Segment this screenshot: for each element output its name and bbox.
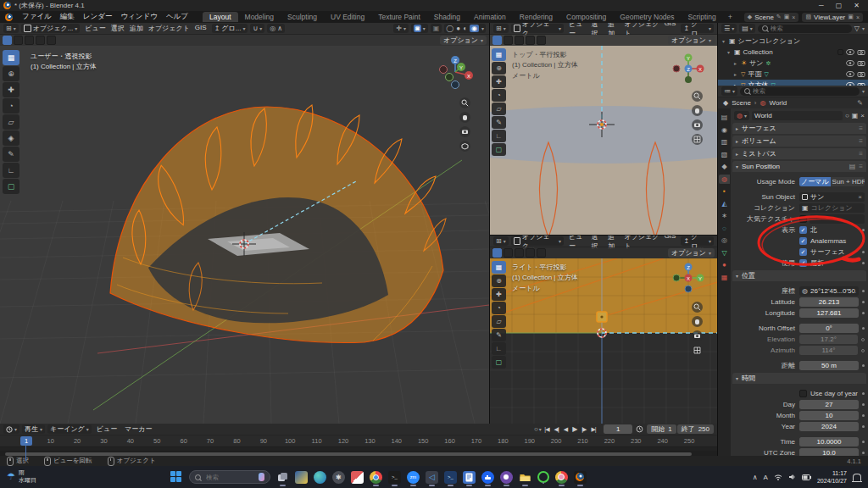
frame-start-field[interactable]: 開始1 [647, 424, 676, 434]
close-button[interactable]: ✕ [854, 2, 860, 9]
shading-rendered-icon[interactable]: ◉ [470, 25, 479, 32]
tool-cursor[interactable]: ⊕ [3, 66, 19, 81]
hide-eye-icon[interactable] [846, 60, 854, 66]
show-north-checkbox[interactable]: ✓ [799, 226, 807, 234]
tray-expand-icon[interactable]: ∧ [753, 474, 758, 481]
collection-field[interactable]: ▣コレクション [799, 203, 865, 213]
play-button[interactable]: ▶ [570, 425, 579, 433]
shading-wireframe-icon[interactable]: ◯ [446, 25, 453, 32]
time-field[interactable]: 10.0000 [799, 437, 859, 446]
distance-field[interactable]: 50 m [799, 361, 859, 370]
editor-type-button[interactable]: ⊞▾ [493, 236, 509, 246]
pin-icon[interactable]: ✎ [857, 99, 863, 107]
viewport-menu-item[interactable]: オブジェクト [146, 24, 192, 33]
tool-measure[interactable]: ∟ [492, 342, 506, 355]
viewlayer-selector[interactable]: ▧ ViewLayer ▣ × [802, 13, 863, 22]
zoom-icon[interactable] [692, 302, 703, 313]
prev-keyframe-button[interactable]: ◀| [552, 426, 560, 433]
tab-constraints[interactable]: ◎ [719, 236, 730, 245]
zoom-icon[interactable]: zm [407, 471, 420, 484]
month-field[interactable]: 10 [799, 411, 859, 420]
outliner-row-collection[interactable]: ▾ ▣ Collection [718, 47, 868, 58]
select-invert-mode[interactable] [36, 36, 45, 45]
mode-dropdown[interactable]: オブジェク...▾ [511, 236, 564, 246]
timeline-editor-type-button[interactable]: ▾ [3, 424, 19, 434]
viewport-top-ortho[interactable]: ⊞▾ オブジェク...▾ ビュー選択追加オブジェクトGIS ↥グロ...▾ オプ… [490, 23, 717, 235]
tool-annotate[interactable]: ✎ [492, 329, 506, 341]
viewport-3d-main[interactable]: ⊞▾ オブジェク...▾ ビュー選択追加オブジェクトGIS ↥グロ...▾ ∪▾… [0, 23, 489, 424]
frame-end-field[interactable]: 終了250 [677, 424, 714, 434]
select-set-mode[interactable] [3, 36, 12, 45]
filter-icon[interactable]: ▽ [854, 25, 860, 32]
menu-item[interactable]: ヘルプ [162, 12, 192, 22]
tool-scale[interactable]: ▱ [492, 315, 506, 328]
select-set-mode[interactable] [492, 36, 502, 45]
world-name-field[interactable]: World [752, 111, 843, 120]
task-view-icon[interactable] [276, 471, 289, 484]
viewport-menu-item[interactable]: 追加 [127, 24, 146, 33]
outliner-editor-type-button[interactable]: ☰▾ [721, 24, 737, 33]
tab-view-layer[interactable]: ▧ [719, 150, 730, 159]
tab-scene[interactable]: ◆ [719, 162, 730, 171]
tool-add-cube[interactable]: ▢ [3, 179, 19, 194]
tool-move[interactable]: ✚ [492, 288, 506, 301]
outliner-row-sun[interactable]: ▸ ☀ サン ✲ [718, 58, 868, 69]
blender-app-icon[interactable] [574, 471, 587, 484]
edge-icon[interactable] [314, 471, 326, 484]
select-intersect-mode[interactable] [47, 36, 56, 45]
viewport-main-canvas[interactable] [0, 46, 489, 424]
zoom-icon[interactable] [692, 91, 703, 102]
settings-gear-icon[interactable]: ✱ [332, 471, 345, 484]
tab-output[interactable]: ▥ [719, 137, 730, 147]
usage-mode-hdr[interactable]: Sun + HDR t... [831, 177, 865, 186]
latitude-field[interactable]: 26.213 [799, 297, 859, 307]
tool-cursor[interactable]: ⊕ [492, 274, 506, 287]
tab-world[interactable]: ◍ [719, 175, 730, 184]
pin-icon[interactable]: ✎ [776, 14, 782, 20]
viewport-menu-item[interactable]: GIS [192, 24, 209, 33]
tab-object-data[interactable]: ▽ [719, 248, 730, 258]
current-frame-field[interactable]: 1 [604, 424, 632, 434]
tab-physics[interactable]: ◌ [719, 224, 730, 233]
viewport-menu-item[interactable]: 選択 [108, 24, 127, 33]
editor-type-button[interactable]: ⊞▾ [493, 24, 509, 33]
tool-annotate[interactable]: ✎ [492, 116, 506, 129]
tool-add-cube[interactable]: ▢ [492, 356, 506, 369]
tool-transform[interactable]: ◈ [3, 130, 19, 146]
maximize-button[interactable]: ▢ [836, 2, 843, 9]
breadcrumb-scene[interactable]: Scene [732, 99, 751, 107]
shading-solid-icon[interactable]: ● [456, 25, 460, 32]
add-workspace-button[interactable]: + [725, 13, 736, 21]
mode-dropdown[interactable]: オブジェク...▾ [511, 24, 564, 33]
options-dropdown-top[interactable]: オプション▾ [668, 36, 715, 45]
options-dropdown-light[interactable]: オプション▾ [668, 248, 715, 258]
select-subtract-mode[interactable] [515, 36, 524, 45]
outliner-row-plane[interactable]: ▸ ▽ 平面 ▽ [718, 69, 868, 80]
outliner-search[interactable] [758, 25, 852, 33]
tool-move[interactable]: ✚ [492, 75, 506, 88]
pan-hand-icon[interactable] [692, 316, 703, 327]
tool-scale[interactable]: ▱ [492, 103, 506, 115]
collection-checkbox[interactable] [837, 49, 843, 55]
viewport-light-ortho[interactable]: ⊞▾ オブジェク...▾ ビュー選択追加オブジェクトGIS ↥グロ...▾ オプ… [490, 236, 717, 424]
auto-key-icon[interactable]: ○ [534, 425, 538, 433]
tool-annotate[interactable]: ✎ [3, 147, 19, 162]
tool-add-cube[interactable]: ▢ [492, 143, 506, 156]
breadcrumb-world[interactable]: World [770, 99, 787, 107]
next-keyframe-button[interactable]: |▶ [580, 426, 588, 433]
tool-select-box[interactable]: ▦ [3, 50, 19, 65]
transform-orientation-dropdown[interactable]: ↥グロ...▾ [681, 236, 714, 246]
tab-modifiers[interactable]: ◭ [719, 199, 730, 208]
tool-select-box[interactable]: ▦ [492, 261, 506, 274]
github-icon[interactable] [500, 471, 513, 484]
tab-particles[interactable]: ∗ [719, 211, 730, 220]
select-invert-mode[interactable] [526, 248, 535, 258]
render-camera-icon[interactable] [857, 60, 865, 66]
tool-measure[interactable]: ∟ [3, 163, 19, 178]
sky-texture-checkbox[interactable] [799, 215, 807, 223]
ortho-toggle-icon[interactable] [459, 141, 470, 152]
camera-view-icon[interactable] [692, 330, 703, 341]
hide-eye-icon[interactable] [846, 49, 854, 55]
select-intersect-mode[interactable] [537, 36, 546, 45]
outliner-row-scene-collection[interactable]: ▾ ▣ シーンコレクション [718, 36, 868, 47]
